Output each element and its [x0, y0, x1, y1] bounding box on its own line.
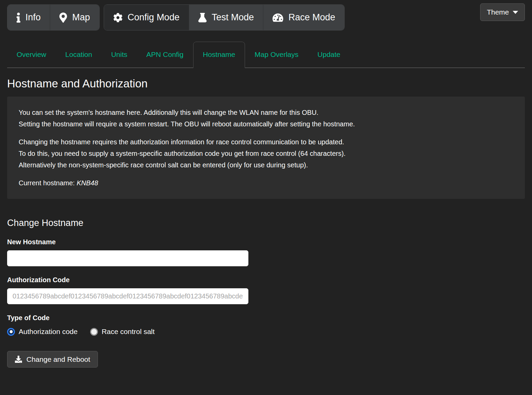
config-mode-page: Info Map Config Mode Test Mode: [0, 0, 532, 395]
info-icon: [17, 13, 20, 23]
tab-location[interactable]: Location: [56, 42, 102, 67]
type-of-code-label: Type of Code: [7, 314, 525, 322]
chevron-down-icon: [513, 11, 518, 14]
race-mode-button-label: Race Mode: [288, 12, 335, 23]
info-text-line: Alternatively the non-system-specific ra…: [19, 161, 308, 169]
info-paragraph-2: Changing the hostname requires the autho…: [19, 136, 513, 171]
radio-option-race-control-salt[interactable]: Race control salt: [90, 328, 155, 336]
tab-overview[interactable]: Overview: [7, 42, 56, 67]
authorization-code-label: Authorization Code: [7, 276, 525, 284]
map-button[interactable]: Map: [50, 5, 99, 30]
config-tab-bar: Overview Location Units APN Config Hostn…: [7, 42, 525, 68]
top-navigation: Info Map Config Mode Test Mode: [7, 4, 525, 30]
current-hostname-label: Current hostname:: [19, 179, 75, 187]
tab-units[interactable]: Units: [102, 42, 137, 67]
theme-dropdown-label: Theme: [487, 8, 509, 16]
radio-label-race-control-salt: Race control salt: [102, 328, 155, 336]
tab-map-overlays[interactable]: Map Overlays: [245, 42, 308, 67]
radio-button-authorization-code[interactable]: [7, 328, 15, 336]
page-title: Hostname and Authorization: [7, 77, 525, 90]
change-and-reboot-button[interactable]: Change and Reboot: [7, 351, 98, 368]
test-mode-button-label: Test Mode: [212, 12, 254, 23]
info-text-line: Setting the hostname will require a syst…: [19, 120, 355, 128]
type-of-code-radio-group: Authorization code Race control salt: [7, 328, 525, 336]
new-hostname-label: New Hostname: [7, 238, 525, 246]
view-button-group: Info Map: [7, 4, 100, 30]
mode-button-group: Config Mode Test Mode Race Mode: [104, 4, 345, 30]
download-icon: [15, 356, 22, 363]
radio-label-authorization-code: Authorization code: [19, 328, 78, 336]
config-mode-button[interactable]: Config Mode: [104, 5, 189, 30]
map-pin-icon: [59, 13, 67, 23]
change-and-reboot-label: Change and Reboot: [26, 355, 90, 363]
info-button-label: Info: [25, 12, 41, 23]
current-hostname-line: Current hostname: KNB48: [19, 177, 513, 189]
tab-apn-config[interactable]: APN Config: [137, 42, 193, 67]
map-button-label: Map: [72, 12, 90, 23]
tab-hostname[interactable]: Hostname: [193, 42, 245, 68]
tab-update[interactable]: Update: [308, 42, 350, 67]
change-hostname-section-title: Change Hostname: [7, 218, 525, 228]
race-mode-button[interactable]: Race Mode: [263, 5, 344, 30]
radio-button-race-control-salt[interactable]: [90, 328, 98, 336]
info-text-line: Changing the hostname requires the autho…: [19, 138, 344, 146]
authorization-code-input[interactable]: [7, 288, 248, 304]
flask-icon: [198, 13, 207, 22]
gear-icon: [113, 13, 123, 22]
current-hostname-value: KNB48: [77, 179, 98, 187]
hostname-info-panel: You can set the system's hostname here. …: [7, 97, 525, 199]
info-button[interactable]: Info: [7, 5, 50, 30]
tachometer-icon: [272, 13, 283, 22]
test-mode-button[interactable]: Test Mode: [189, 5, 263, 30]
new-hostname-input[interactable]: [7, 250, 248, 266]
radio-option-authorization-code[interactable]: Authorization code: [7, 328, 78, 336]
theme-dropdown-button[interactable]: Theme: [480, 3, 525, 21]
info-text-line: To do this, you need to supply a system-…: [19, 150, 346, 157]
config-mode-button-label: Config Mode: [128, 12, 180, 23]
info-paragraph-1: You can set the system's hostname here. …: [19, 107, 513, 130]
info-text-line: You can set the system's hostname here. …: [19, 109, 319, 116]
